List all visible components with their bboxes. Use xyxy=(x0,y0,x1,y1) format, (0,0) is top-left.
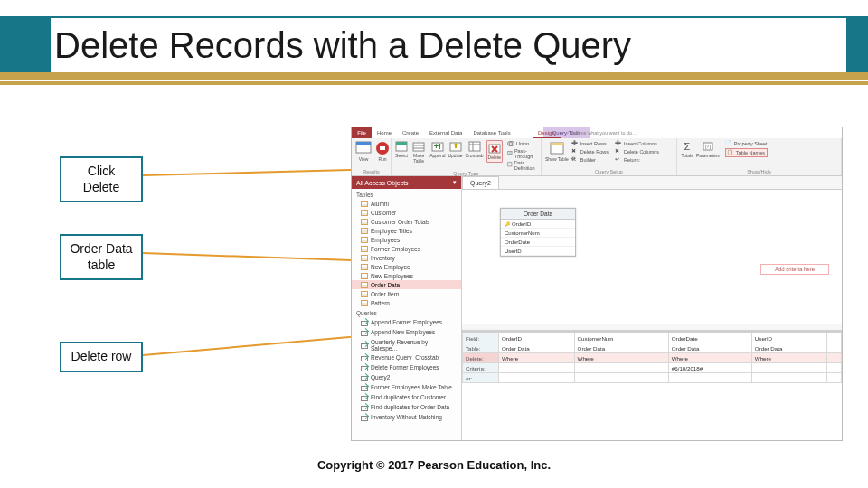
union-button[interactable]: Union xyxy=(507,140,537,147)
grid-cell[interactable] xyxy=(751,363,827,373)
nav-query-item[interactable]: Revenue Query_Crosstab xyxy=(352,352,461,362)
nav-query-item[interactable]: Query2 xyxy=(352,372,461,382)
append-button[interactable]: +! Append xyxy=(429,140,445,159)
nav-table-item[interactable]: New Employees xyxy=(352,271,461,280)
nav-query-item[interactable]: Append New Employees xyxy=(352,327,461,337)
deletecols-button[interactable]: ✖Delete Columns xyxy=(615,148,659,155)
tell-me[interactable]: ♀ Tell me what you want to do… xyxy=(561,130,637,136)
nav-table-item[interactable]: Order Item xyxy=(352,289,461,298)
table-field[interactable]: UserID xyxy=(501,247,575,256)
tablenames-button[interactable]: 📋Table Names xyxy=(725,148,768,157)
nav-query-item[interactable]: Delete Former Employees xyxy=(352,362,461,372)
table-box-order-data[interactable]: Order Data 🔑OrderIDCustomerNumOrderDateU… xyxy=(500,208,576,257)
grid-cell[interactable] xyxy=(751,373,827,383)
showtable-button[interactable]: Show Table xyxy=(545,140,569,163)
showhide-group-label: Show/Hide xyxy=(681,169,837,175)
nav-query-item[interactable]: Quarterly Revenue by Salespe… xyxy=(352,337,461,352)
grid-cell[interactable]: #6/10/2018# xyxy=(668,363,751,373)
grid-cell[interactable]: Order Data xyxy=(499,343,575,353)
svg-text:[?]: [?] xyxy=(705,144,711,149)
nav-query-item[interactable]: Find duplicates for Customer xyxy=(352,392,461,402)
tab-design[interactable]: Design xyxy=(533,127,561,138)
field-label: OrderDate xyxy=(505,239,530,245)
grid-cell[interactable]: Where xyxy=(499,353,575,363)
view-icon xyxy=(355,140,372,156)
nav-table-item[interactable]: Alumni xyxy=(352,199,461,208)
grid-cell[interactable]: Where xyxy=(574,353,668,363)
parameters-button[interactable]: [?] Parameters xyxy=(696,140,720,159)
showtable-label: Show Table xyxy=(545,157,569,163)
deleterows-button[interactable]: ✖Delete Rows xyxy=(571,148,609,155)
table-icon xyxy=(361,255,368,261)
grid-cell[interactable] xyxy=(827,373,842,383)
nav-item-label: New Employees xyxy=(371,273,413,279)
field-label: CustomerNum xyxy=(505,230,540,236)
table-field[interactable]: 🔑OrderID xyxy=(501,220,575,229)
tab-home[interactable]: Home xyxy=(372,127,397,138)
select-button[interactable]: Select xyxy=(395,140,408,159)
nav-item-label: Find duplicates for Order Data xyxy=(371,404,449,410)
nav-query-item[interactable]: Inventory Without Matching xyxy=(352,412,461,422)
grid-cell[interactable] xyxy=(827,363,842,373)
nav-table-item[interactable]: New Employee xyxy=(352,262,461,271)
tab-external-data[interactable]: External Data xyxy=(424,127,467,138)
grid-cell[interactable] xyxy=(574,373,668,383)
nav-table-item[interactable]: Pattern xyxy=(352,298,461,307)
grid-cell[interactable] xyxy=(827,353,842,363)
nav-table-item[interactable]: Customer Order Totals xyxy=(352,217,461,226)
nav-table-item[interactable]: Customer xyxy=(352,208,461,217)
nav-header[interactable]: All Access Objects ▾ xyxy=(352,176,461,189)
grid-cell[interactable]: CustomerNum xyxy=(574,333,668,343)
delete-query-button[interactable]: Delete xyxy=(486,140,503,163)
table-icon xyxy=(361,237,368,243)
table-field[interactable]: OrderDate xyxy=(501,238,575,247)
grid-cell[interactable]: OrderID xyxy=(499,333,575,343)
nav-table-item[interactable]: Inventory xyxy=(352,253,461,262)
grid-cell[interactable]: Order Data xyxy=(751,343,827,353)
nav-query-item[interactable]: Find duplicates for Order Data xyxy=(352,402,461,412)
nav-table-item[interactable]: Employees xyxy=(352,235,461,244)
nav-table-item[interactable]: Employee Titles xyxy=(352,226,461,235)
crosstab-button[interactable]: Crosstab xyxy=(466,140,484,159)
grid-cell[interactable] xyxy=(668,373,751,383)
grid-cell[interactable] xyxy=(827,333,842,343)
datadef-button[interactable]: Data Definition xyxy=(507,160,537,171)
nav-table-item[interactable]: Order Data xyxy=(352,280,461,289)
table-icon xyxy=(361,291,368,297)
grid-cell[interactable] xyxy=(827,343,842,353)
query-canvas[interactable]: Order Data 🔑OrderIDCustomerNumOrderDateU… xyxy=(462,189,842,324)
query-icon xyxy=(361,394,368,401)
grid-cell[interactable]: Order Data xyxy=(574,343,668,353)
nav-query-item[interactable]: Former Employees Make Table xyxy=(352,382,461,392)
maketable-button[interactable]: Make Table xyxy=(410,140,427,164)
document-tab[interactable]: Query2 xyxy=(462,176,499,189)
file-tab[interactable]: File xyxy=(352,127,372,138)
tab-database-tools[interactable]: Database Tools xyxy=(467,127,515,138)
builder-button[interactable]: 🛠Builder xyxy=(571,156,609,164)
grid-cell[interactable] xyxy=(499,363,575,373)
grid-cell[interactable] xyxy=(574,363,668,373)
grid-cell[interactable]: UserID xyxy=(751,333,827,343)
grid-cell[interactable] xyxy=(499,373,575,383)
grid-cell[interactable]: Order Data xyxy=(668,343,751,353)
design-grid[interactable]: Field:OrderIDCustomerNumOrderDateUserIDT… xyxy=(462,330,842,440)
criteria-hint: Add criteria here xyxy=(760,264,829,275)
view-button[interactable]: View xyxy=(355,140,372,163)
insertrows-button[interactable]: ➕Insert Rows xyxy=(571,140,609,147)
grid-cell[interactable]: OrderDate xyxy=(668,333,751,343)
totals-button[interactable]: Σ Totals xyxy=(681,140,693,159)
nav-query-item[interactable]: Append Former Employees xyxy=(352,317,461,327)
insertcols-button[interactable]: ➕Insert Columns xyxy=(615,140,659,147)
parameters-icon: [?] xyxy=(702,140,714,153)
return-button[interactable]: ↩Return: xyxy=(615,156,659,164)
table-field[interactable]: CustomerNum xyxy=(501,229,575,238)
grid-cell[interactable]: Where xyxy=(668,353,751,363)
tab-create[interactable]: Create xyxy=(397,127,424,138)
passthrough-button[interactable]: Pass-Through xyxy=(507,148,537,159)
datadef-icon xyxy=(507,162,513,169)
propertysheet-button[interactable]: 📄Property Sheet xyxy=(725,140,768,147)
update-button[interactable]: Update xyxy=(448,140,462,159)
nav-table-item[interactable]: Former Employees xyxy=(352,244,461,253)
grid-cell[interactable]: Where xyxy=(751,353,827,363)
run-button[interactable]: ! Run xyxy=(374,140,391,163)
